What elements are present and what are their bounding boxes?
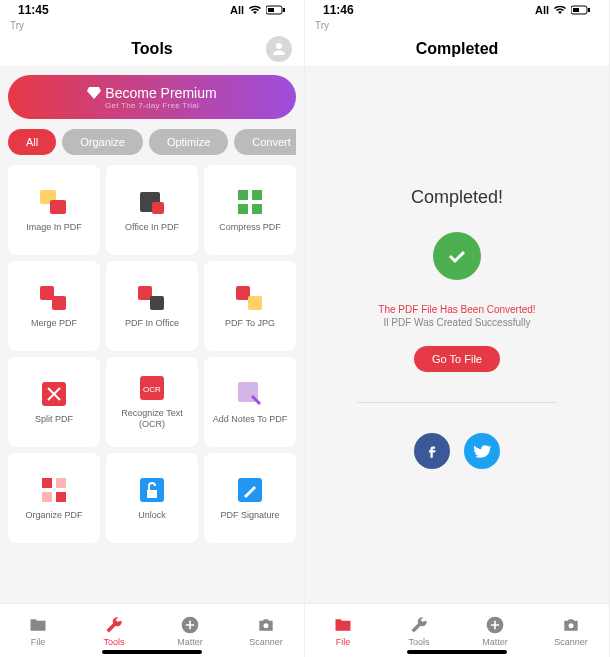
go-to-file-button[interactable]: Go To File <box>414 346 500 372</box>
svg-rect-13 <box>52 296 66 310</box>
nav-label: Scanner <box>554 637 588 647</box>
nav-scanner[interactable]: Scanner <box>228 604 304 657</box>
completed-message-1: The PDF File Has Been Converted! <box>378 304 535 315</box>
success-check <box>433 232 481 280</box>
tool-label: Compress PDF <box>219 222 281 233</box>
tool-unlock[interactable]: Unlock <box>106 453 198 543</box>
tool-pdf-to-jpg[interactable]: PDF To JPG <box>204 261 296 351</box>
nav-file[interactable]: File <box>305 604 381 657</box>
battery-icon <box>571 5 591 15</box>
svg-rect-22 <box>42 478 52 488</box>
page-title: Tools <box>131 40 172 58</box>
tool-pdf-in-office[interactable]: PDF In Office <box>106 261 198 351</box>
camera-icon <box>561 615 581 635</box>
plus-circle-icon <box>180 615 200 635</box>
tool-compress-pdf[interactable]: Compress PDF <box>204 165 296 255</box>
twitter-icon <box>473 442 491 460</box>
tool-label: PDF Signature <box>220 510 279 521</box>
svg-rect-16 <box>236 286 250 300</box>
check-icon <box>445 244 469 268</box>
try-label: Try <box>305 20 609 31</box>
nav-scanner[interactable]: Scanner <box>533 604 609 657</box>
share-facebook[interactable] <box>414 433 450 469</box>
home-indicator[interactable] <box>102 650 202 654</box>
status-right: All <box>535 4 591 16</box>
nav-label: File <box>336 637 351 647</box>
tool-split-pdf[interactable]: Split PDF <box>8 357 100 447</box>
ocr-icon: OCR <box>138 374 166 402</box>
wrench-icon <box>104 615 124 635</box>
svg-rect-15 <box>150 296 164 310</box>
status-bar: 11:46 All <box>305 0 609 20</box>
wifi-icon <box>553 5 567 15</box>
bottom-nav: File Tools Matter Scanner <box>0 603 304 657</box>
split-icon <box>40 380 68 408</box>
tool-label: Merge PDF <box>31 318 77 329</box>
header: Completed <box>305 31 609 67</box>
completed-message-2: Il PDF Was Created Successfully <box>384 317 531 328</box>
svg-rect-17 <box>248 296 262 310</box>
screen-completed: 11:46 All Try Completed Completed! The P… <box>305 0 610 657</box>
home-indicator[interactable] <box>407 650 507 654</box>
tool-organize-pdf[interactable]: Organize PDF <box>8 453 100 543</box>
nav-file[interactable]: File <box>0 604 76 657</box>
pdf-to-office-icon <box>138 284 166 312</box>
divider <box>357 402 557 403</box>
tab-optimize[interactable]: Optimize <box>149 129 228 155</box>
tab-all[interactable]: All <box>8 129 56 155</box>
tool-label: Image In PDF <box>26 222 82 233</box>
merge-icon <box>40 284 68 312</box>
folder-icon <box>333 615 353 635</box>
nav-label: Tools <box>408 637 429 647</box>
diamond-icon <box>87 87 101 99</box>
svg-rect-25 <box>56 492 66 502</box>
image-to-pdf-icon <box>40 188 68 216</box>
svg-rect-8 <box>238 190 248 200</box>
camera-icon <box>256 615 276 635</box>
avatar[interactable] <box>266 36 292 62</box>
svg-rect-24 <box>42 492 52 502</box>
plus-circle-icon <box>485 615 505 635</box>
svg-point-3 <box>276 43 282 49</box>
completed-content: Completed! The PDF File Has Been Convert… <box>305 67 609 603</box>
svg-rect-14 <box>138 286 152 300</box>
share-twitter[interactable] <box>464 433 500 469</box>
tool-merge-pdf[interactable]: Merge PDF <box>8 261 100 351</box>
tab-convert[interactable]: Convert <box>234 129 296 155</box>
compress-icon <box>236 188 264 216</box>
wrench-icon <box>409 615 429 635</box>
tool-signature[interactable]: PDF Signature <box>204 453 296 543</box>
tool-label: Office In PDF <box>125 222 179 233</box>
tool-office-in-pdf[interactable]: Office In PDF <box>106 165 198 255</box>
svg-rect-1 <box>268 8 274 12</box>
nav-label: Matter <box>482 637 508 647</box>
bottom-nav: File Tools Matter Scanner <box>305 603 609 657</box>
premium-subtitle: Get The 7-day Free Trial <box>105 101 199 110</box>
status-right: All <box>230 4 286 16</box>
nav-label: Matter <box>177 637 203 647</box>
tool-ocr[interactable]: OCR Recognize Text (OCR) <box>106 357 198 447</box>
svg-rect-11 <box>252 204 262 214</box>
unlock-icon <box>138 476 166 504</box>
svg-point-35 <box>569 623 574 628</box>
svg-point-30 <box>264 623 269 628</box>
svg-rect-27 <box>147 490 157 498</box>
user-icon <box>270 40 288 58</box>
nav-label: File <box>31 637 46 647</box>
battery-icon <box>266 5 286 15</box>
svg-rect-2 <box>283 8 285 12</box>
office-to-pdf-icon <box>138 188 166 216</box>
tool-add-notes[interactable]: Add Notes To PDF <box>204 357 296 447</box>
tab-organize[interactable]: Organize <box>62 129 143 155</box>
tool-label: PDF In Office <box>125 318 179 329</box>
facebook-icon <box>423 442 441 460</box>
svg-rect-32 <box>573 8 579 12</box>
premium-banner[interactable]: Become Premium Get The 7-day Free Trial <box>8 75 296 119</box>
status-time: 11:45 <box>18 3 49 17</box>
folder-icon <box>28 615 48 635</box>
svg-rect-9 <box>252 190 262 200</box>
tool-image-in-pdf[interactable]: Image In PDF <box>8 165 100 255</box>
tool-label: PDF To JPG <box>225 318 275 329</box>
pdf-to-jpg-icon <box>236 284 264 312</box>
page-title: Completed <box>416 40 499 58</box>
